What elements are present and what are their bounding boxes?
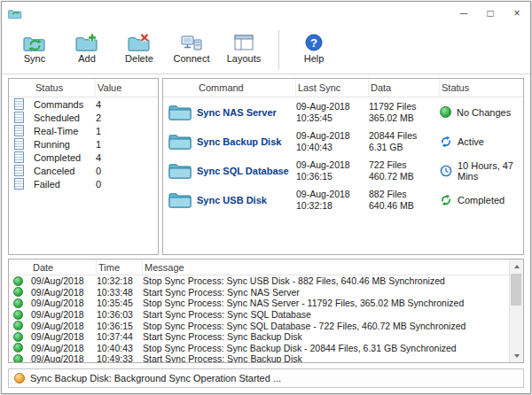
scroll-thumb[interactable] xyxy=(511,274,521,306)
data-column-header[interactable]: Data xyxy=(369,79,440,97)
sync-button[interactable]: Sync xyxy=(11,27,59,66)
command-name: Sync SQL Database xyxy=(197,166,296,176)
folder-icon xyxy=(163,133,197,150)
data-files: 20844 Files xyxy=(369,130,440,142)
layouts-button[interactable]: Layouts xyxy=(220,27,268,66)
svg-text:?: ? xyxy=(310,36,317,50)
scroll-down-arrow[interactable] xyxy=(510,349,523,362)
titlebar[interactable]: ─ □ × xyxy=(2,2,530,25)
log-row[interactable]: 09/Aug/2018 10:49:33 Start Sync Process:… xyxy=(9,353,523,363)
add-button[interactable]: Add xyxy=(63,27,111,66)
log-date: 09/Aug/2018 xyxy=(31,298,97,308)
date-column-header[interactable]: Date xyxy=(31,259,97,275)
command-row-nas-server[interactable]: Sync NAS Server 09-Aug-2018 10:35:45 117… xyxy=(163,97,523,127)
log-scrollbar[interactable] xyxy=(509,259,523,362)
connect-button[interactable]: Connect xyxy=(168,27,215,66)
last-sync-cell: 09-Aug-2018 10:35:45 xyxy=(296,101,369,124)
log-row[interactable]: 09/Aug/2018 10:36:03 Start Sync Process:… xyxy=(9,309,523,321)
status-summary-panel: Status Value Commands 4 Scheduled 2 Real… xyxy=(8,78,159,255)
command-name: Sync Backup Disk xyxy=(197,136,296,147)
connect-button-label: Connect xyxy=(174,53,210,64)
app-window: ─ □ × Sync xyxy=(1,1,531,394)
data-size: 460.72 MB xyxy=(369,171,440,182)
command-row-usb-disk[interactable]: Sync USB Disk 09-Aug-2018 10:32:18 882 F… xyxy=(163,185,523,214)
log-status-icon xyxy=(13,343,31,352)
data-cell: 722 Files 460.72 MB xyxy=(369,159,440,182)
app-icon xyxy=(8,7,22,19)
status-text: 10 Hours, 47 Mins xyxy=(458,160,523,182)
command-row-backup-disk[interactable]: Sync Backup Disk 09-Aug-2018 10:40:43 20… xyxy=(163,127,523,156)
running-list-icon xyxy=(14,138,24,150)
log-status-icon xyxy=(13,354,31,363)
time-column-header[interactable]: Time xyxy=(97,259,143,275)
data-files: 722 Files xyxy=(369,159,440,171)
log-message: Stop Sync Process: Sync Backup Disk - 20… xyxy=(143,343,507,353)
last-sync-date: 09-Aug-2018 xyxy=(296,159,369,171)
log-row[interactable]: 09/Aug/2018 10:37:44 Start Sync Process:… xyxy=(9,331,523,343)
toolbar-separator xyxy=(278,30,279,69)
log-date: 09/Aug/2018 xyxy=(31,321,97,331)
status-cell: Active xyxy=(440,136,523,148)
active-sync-icon xyxy=(440,136,452,148)
value-column-header[interactable]: Value xyxy=(96,79,158,97)
status-row-scheduled[interactable]: Scheduled 2 xyxy=(9,111,158,124)
log-time: 10:36:03 xyxy=(97,309,143,320)
help-button[interactable]: ? Help xyxy=(290,27,338,66)
status-row-realtime[interactable]: Real-Time 1 xyxy=(9,124,158,137)
folder-icon xyxy=(163,104,197,120)
status-summary-header: Status Value xyxy=(9,79,158,97)
status-row-commands[interactable]: Commands 4 xyxy=(9,97,158,111)
log-row[interactable]: 09/Aug/2018 10:35:45 Stop Sync Process: … xyxy=(9,298,523,309)
log-date: 09/Aug/2018 xyxy=(31,309,97,320)
log-date: 09/Aug/2018 xyxy=(31,343,97,353)
status-row-completed[interactable]: Completed 4 xyxy=(9,151,158,164)
status-row-label: Canceled xyxy=(34,166,96,176)
maximize-button[interactable]: □ xyxy=(477,4,504,23)
sync-commands-panel: Command Last Sync Data Status Sync NAS S… xyxy=(162,78,524,255)
completed-icon xyxy=(440,194,452,206)
status-text: No Changes xyxy=(457,107,511,118)
status-row-canceled[interactable]: Canceled 0 xyxy=(9,164,158,177)
close-button[interactable]: × xyxy=(504,4,530,23)
layouts-icon xyxy=(233,31,254,52)
event-log-header: Date Time Message xyxy=(9,259,523,275)
status-row-running[interactable]: Running 1 xyxy=(9,137,158,151)
delete-folder-icon xyxy=(128,31,151,52)
status-row-value: 0 xyxy=(96,166,158,176)
header-icon-spacer xyxy=(163,79,197,97)
last-sync-cell: 09-Aug-2018 10:36:15 xyxy=(296,159,369,182)
status-cell: 10 Hours, 47 Mins xyxy=(440,160,523,182)
status-text: Active xyxy=(458,136,484,147)
log-time: 10:40:43 xyxy=(97,343,143,353)
log-row[interactable]: 09/Aug/2018 10:33:48 Start Sync Process:… xyxy=(9,287,523,298)
command-column-header[interactable]: Command xyxy=(197,79,296,97)
log-row[interactable]: 09/Aug/2018 10:40:43 Stop Sync Process: … xyxy=(9,343,523,354)
log-date: 09/Aug/2018 xyxy=(31,287,97,298)
status-row-label: Running xyxy=(34,139,96,150)
log-row[interactable]: 09/Aug/2018 10:32:18 Stop Sync Process: … xyxy=(9,275,523,287)
status-column-header[interactable]: Status xyxy=(440,79,523,97)
log-row[interactable]: 09/Aug/2018 10:36:15 Stop Sync Process: … xyxy=(9,320,523,331)
message-column-header[interactable]: Message xyxy=(143,259,507,275)
scroll-up-arrow[interactable] xyxy=(510,259,523,273)
status-row-label: Failed xyxy=(34,179,96,190)
log-status-icon xyxy=(13,276,31,286)
delete-button[interactable]: Delete xyxy=(115,27,163,66)
command-name: Sync USB Disk xyxy=(197,195,296,205)
scheduled-list-icon xyxy=(14,112,24,123)
add-folder-icon xyxy=(75,31,98,52)
status-row-value: 0 xyxy=(96,179,158,190)
log-message: Start Sync Process: Sync NAS Server xyxy=(143,287,507,298)
folder-icon xyxy=(163,191,197,208)
last-sync-time: 10:36:15 xyxy=(296,171,369,182)
sync-commands-header: Command Last Sync Data Status xyxy=(163,79,523,97)
status-row-failed[interactable]: Failed 0 xyxy=(9,177,158,190)
last-sync-column-header[interactable]: Last Sync xyxy=(296,79,369,97)
command-row-sql-database[interactable]: Sync SQL Database 09-Aug-2018 10:36:15 7… xyxy=(163,156,523,185)
data-size: 6.31 GB xyxy=(369,142,440,153)
status-column-header[interactable]: Status xyxy=(34,79,96,97)
minimize-button[interactable]: ─ xyxy=(450,4,477,23)
log-time: 10:36:15 xyxy=(97,321,143,331)
status-cell: Completed xyxy=(440,194,523,206)
folder-icon xyxy=(163,162,197,179)
